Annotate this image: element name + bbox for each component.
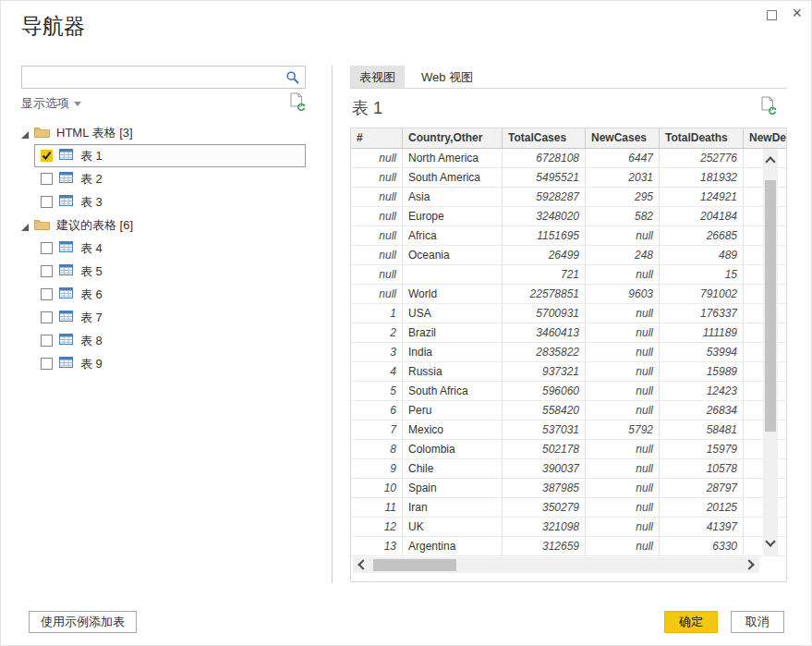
checkbox-unchecked-icon[interactable] <box>41 288 53 300</box>
table-cell: 58481 <box>660 421 744 439</box>
table-icon <box>59 287 73 301</box>
checkbox-unchecked-icon[interactable] <box>41 335 53 347</box>
tree-item-表6[interactable]: 表 6 <box>34 283 306 306</box>
tree-item-表2[interactable]: 表 2 <box>34 167 306 190</box>
table-cell: 7 <box>351 421 403 439</box>
vertical-scrollbar[interactable] <box>763 149 778 556</box>
table-row[interactable]: nullEurope3248020582204184 <box>351 207 786 226</box>
table-row[interactable]: 5South Africa596060null12423 <box>351 382 786 401</box>
checkbox-unchecked-icon[interactable] <box>41 358 53 370</box>
table-cell: Oceania <box>403 246 503 264</box>
table-row[interactable]: 10Spain387985null28797 <box>351 479 786 498</box>
table-cell: 13 <box>351 537 403 555</box>
table-row[interactable]: nullAsia5928287295124921 <box>351 188 786 207</box>
checkbox-unchecked-icon[interactable] <box>41 173 53 185</box>
table-cell: null <box>351 207 403 225</box>
table-row[interactable]: nullNorth America67281086447252776 <box>351 149 786 168</box>
table-cell: 9603 <box>586 285 660 303</box>
table-cell: 537031 <box>503 421 586 439</box>
column-header[interactable]: TotalDeaths <box>660 128 744 148</box>
table-row[interactable]: 1USA5700931null176337 <box>351 304 786 323</box>
expander-icon[interactable] <box>21 128 30 138</box>
table-row[interactable]: 8Colombia502178null15979 <box>351 440 786 459</box>
scroll-left-icon[interactable] <box>358 559 368 569</box>
preview-table-title: 表 1 <box>352 97 382 119</box>
table-cell: 28797 <box>660 479 744 497</box>
vertical-scrollbar-thumb[interactable] <box>765 180 776 432</box>
tab-table-view[interactable]: 表视图 <box>350 66 405 88</box>
column-header[interactable]: NewDeaths <box>744 128 786 148</box>
scroll-up-icon[interactable] <box>765 156 775 166</box>
table-cell: 3248020 <box>503 207 586 225</box>
table-row[interactable]: nullOceania26499248489 <box>351 246 786 265</box>
tree-item-label: 表 4 <box>80 240 103 257</box>
cancel-button[interactable]: 取消 <box>731 611 784 633</box>
table-cell: 390037 <box>503 459 586 478</box>
table-row[interactable]: 2Brazil3460413null111189 <box>351 323 786 343</box>
table-row[interactable]: 13Argentina312659null6330 <box>351 537 786 556</box>
close-icon[interactable]: × <box>792 5 802 21</box>
ok-button[interactable]: 确定 <box>664 611 718 633</box>
table-row[interactable]: 9Chile390037null10578 <box>351 459 786 479</box>
table-cell: 15979 <box>660 440 744 458</box>
horizontal-scrollbar-thumb[interactable] <box>373 559 456 571</box>
tree-item-表8[interactable]: 表 8 <box>34 329 306 352</box>
search-box <box>21 66 306 89</box>
table-cell: 5792 <box>586 421 660 439</box>
table-row[interactable]: nullWorld225788519603791002 <box>351 285 786 304</box>
checkbox-unchecked-icon[interactable] <box>41 311 53 323</box>
column-header[interactable]: NewCases <box>586 128 660 148</box>
add-table-from-examples-button[interactable]: 使用示例添加表 <box>29 611 137 633</box>
table-icon <box>59 172 73 186</box>
tree-folder-row[interactable]: 建议的表格 [6] <box>21 213 306 237</box>
column-header[interactable]: TotalCases <box>503 128 586 148</box>
checkbox-unchecked-icon[interactable] <box>41 265 53 277</box>
table-row[interactable]: nullSouth America54955212031181932 <box>351 168 786 188</box>
column-header[interactable]: Country,Other <box>403 128 503 148</box>
search-icon[interactable] <box>285 70 300 89</box>
checkbox-checked-icon[interactable] <box>41 150 53 162</box>
table-row[interactable]: 3India2835822null53994 <box>351 343 786 362</box>
refresh-tree-icon[interactable] <box>289 92 306 115</box>
table-cell: null <box>586 304 660 323</box>
scroll-down-icon[interactable] <box>765 536 775 546</box>
table-cell: 20125 <box>660 498 744 517</box>
table-row[interactable]: 7Mexico537031579258481 <box>351 421 786 440</box>
table-cell: 10578 <box>660 459 744 478</box>
table-cell: 8 <box>351 440 403 458</box>
table-cell: 312659 <box>503 537 586 555</box>
checkbox-unchecked-icon[interactable] <box>41 242 53 254</box>
table-row[interactable]: null721null15 <box>351 265 786 285</box>
table-row[interactable]: 4Russia937321null15989 <box>351 362 786 382</box>
table-cell: 41397 <box>660 518 744 536</box>
table-row[interactable]: 6Peru558420null26834 <box>351 401 786 421</box>
maximize-icon[interactable] <box>767 10 777 20</box>
checkbox-unchecked-icon[interactable] <box>41 196 53 208</box>
tree-item-表7[interactable]: 表 7 <box>34 306 306 329</box>
table-row[interactable]: 11Iran350279null20125 <box>351 498 786 518</box>
table-cell: 502178 <box>503 440 586 458</box>
tree-item-表3[interactable]: 表 3 <box>34 190 306 213</box>
refresh-preview-icon[interactable] <box>760 96 777 118</box>
tree-folder-row[interactable]: HTML 表格 [3] <box>21 121 306 144</box>
folder-icon <box>34 126 50 140</box>
tab-web-view[interactable]: Web 视图 <box>412 66 482 88</box>
table-cell: 596060 <box>503 382 586 400</box>
expander-icon[interactable] <box>21 221 30 230</box>
search-input[interactable] <box>22 67 305 88</box>
column-header[interactable]: # <box>351 128 403 148</box>
tree-item-表1[interactable]: 表 1 <box>34 144 306 167</box>
table-cell: USA <box>403 304 503 323</box>
tree-item-表9[interactable]: 表 9 <box>34 352 306 375</box>
tree-folder-label: HTML 表格 [3] <box>56 125 133 141</box>
table-row[interactable]: 12UK321098null41397 <box>351 518 786 537</box>
horizontal-scrollbar[interactable] <box>353 557 759 573</box>
table-row[interactable]: nullAfrica1151695null26685 <box>351 226 786 246</box>
table-cell: Iran <box>403 498 503 517</box>
tree-item-表4[interactable]: 表 4 <box>34 237 306 260</box>
table-cell: 295 <box>586 188 660 206</box>
scroll-right-icon[interactable] <box>744 559 754 569</box>
tree-item-表5[interactable]: 表 5 <box>34 260 306 283</box>
table-cell: 181932 <box>660 168 744 187</box>
display-options-dropdown[interactable]: 显示选项 <box>21 95 81 112</box>
